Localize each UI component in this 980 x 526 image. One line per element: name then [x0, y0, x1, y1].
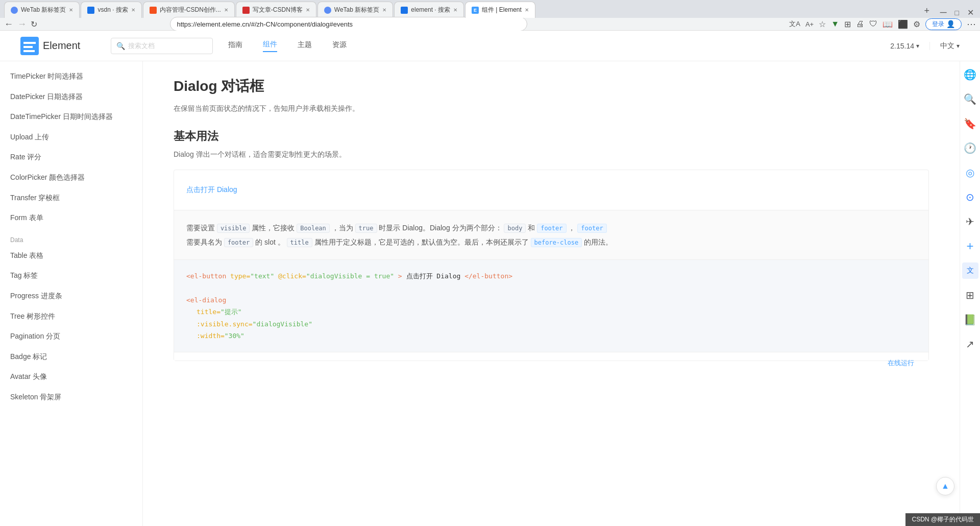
code-text-btn: 点击打开 Dialog	[406, 272, 461, 280]
right-icon-copilot[interactable]: ◎	[962, 164, 978, 181]
tab-close-4[interactable]: ✕	[306, 7, 310, 13]
tab-close-5[interactable]: ✕	[382, 7, 386, 13]
run-online-button[interactable]: 在线运行	[881, 356, 920, 370]
sidebar-item-table[interactable]: Table 表格	[0, 246, 142, 266]
sidebar-item-datetimepicker[interactable]: DateTimePicker 日期时间选择器	[0, 107, 142, 127]
tab-close-7[interactable]: ✕	[525, 7, 529, 13]
desc-code-boolean: Boolean	[297, 224, 330, 233]
desc-code-footer3: footer	[224, 238, 253, 247]
right-icon-search[interactable]: 🔍	[962, 91, 978, 107]
code-tag-eldialog: <el-dialog	[186, 296, 226, 304]
desc-code-title: title	[287, 238, 312, 247]
tab-title-7: 组件 | Element	[482, 6, 522, 14]
tab-title-6: element · 搜索	[411, 6, 450, 14]
tabs-container: WeTab 新标签页 ✕ vsdn · 搜索 ✕ 内容管理-CSDN创作... …	[4, 2, 920, 18]
sidebar-item-rate[interactable]: Rate 评分	[0, 147, 142, 168]
translate-icon[interactable]: 文A	[789, 19, 800, 29]
tab-favicon-4	[242, 7, 250, 14]
close-window-button[interactable]: ✕	[967, 8, 974, 17]
new-tab-button[interactable]: +	[920, 4, 934, 18]
more-options-button[interactable]: ⋯	[967, 18, 976, 30]
sidebar-item-progress[interactable]: Progress 进度条	[0, 286, 142, 306]
code-line-5: :width="30%"	[186, 330, 916, 342]
sidebar-item-colorpicker[interactable]: ColorPicker 颜色选择器	[0, 168, 142, 188]
search-placeholder: 搜索文档	[128, 41, 155, 51]
code-tag-elbutton-open: <el-button	[186, 272, 226, 280]
bookmark-icon[interactable]: ☆	[819, 19, 826, 29]
right-icon-translate[interactable]: 🌐	[962, 66, 978, 83]
refresh-button[interactable]: ↻	[31, 19, 37, 29]
shield-icon[interactable]: 🛡	[869, 19, 877, 29]
zoom-icon[interactable]: A+	[805, 20, 814, 28]
tab-csdn-content[interactable]: 内容管理-CSDN创作... ✕	[143, 2, 235, 18]
desc-code-body: body	[504, 224, 526, 233]
nav-resources[interactable]: 资源	[332, 40, 347, 52]
element-logo: Element	[20, 37, 80, 55]
sidebar-item-badge[interactable]: Badge 标记	[0, 347, 142, 367]
scroll-to-top-button[interactable]: ▲	[936, 477, 954, 495]
tab-wetab-1[interactable]: WeTab 新标签页 ✕	[4, 2, 80, 18]
sidebar-item-upload[interactable]: Upload 上传	[0, 127, 142, 148]
nav-guide[interactable]: 指南	[228, 40, 242, 52]
tab-wetab-2[interactable]: WeTab 新标签页 ✕	[317, 2, 393, 18]
right-icon-plane[interactable]: ✈	[962, 213, 978, 230]
tab-close-6[interactable]: ✕	[453, 7, 457, 13]
code-attr-type: type=	[230, 272, 250, 280]
address-bar[interactable]: https://element.eleme.cn/#/zh-CN/compone…	[170, 17, 527, 31]
tab-close-1[interactable]: ✕	[69, 7, 73, 13]
back-button[interactable]: ←	[4, 19, 13, 30]
reader-icon[interactable]: 📖	[883, 19, 893, 29]
tab-csdn-write[interactable]: 写文章-CSDN博客 ✕	[236, 2, 316, 18]
code-attr-visible: :visible.sync=	[197, 320, 253, 328]
desc-code-footer2: footer	[577, 224, 606, 233]
forward-button[interactable]: →	[17, 19, 27, 30]
right-icon-plus[interactable]: +	[962, 238, 978, 254]
language-selector[interactable]: 中文 ▾	[940, 41, 960, 51]
sidebar-item-form[interactable]: Form 表单	[0, 208, 142, 228]
element-ext-icon[interactable]: ▼	[831, 19, 839, 29]
sidebar-item-skeleton[interactable]: Skeleton 骨架屏	[0, 387, 142, 408]
maximize-button[interactable]: □	[955, 9, 959, 17]
code-val-width: "30%"	[225, 332, 244, 340]
nav-components[interactable]: 组件	[263, 40, 277, 52]
sidebar-item-avatar[interactable]: Avatar 头像	[0, 367, 142, 387]
desc-text-comma: ，	[568, 224, 575, 232]
settings-icon[interactable]: ⚙	[913, 19, 920, 29]
extensions-icon[interactable]: ⊞	[844, 19, 851, 29]
minimize-button[interactable]: ─	[940, 7, 947, 18]
sidebar-icon[interactable]: ⬛	[898, 19, 908, 29]
sidebar-item-timepicker[interactable]: TimePicker 时间选择器	[0, 66, 142, 87]
svg-rect-1	[23, 42, 36, 44]
login-button[interactable]: 登录 👤	[925, 18, 962, 30]
code-line-1: <el-button type="text" @click="dialogVis…	[186, 270, 916, 282]
code-block: <el-button type="text" @click="dialogVis…	[174, 259, 928, 352]
tab-close-3[interactable]: ✕	[224, 7, 228, 13]
right-icon-grid[interactable]: ⊞	[962, 287, 978, 303]
sidebar-item-pagination[interactable]: Pagination 分页	[0, 326, 142, 347]
run-online-bar: 在线运行	[174, 352, 928, 361]
right-icon-history[interactable]: 🕐	[962, 140, 978, 156]
sidebar: TimePicker 时间选择器 DatePicker 日期选择器 DateTi…	[0, 61, 143, 526]
version-selector[interactable]: 2.15.14 ▾	[890, 42, 919, 50]
demo-open-dialog-link[interactable]: 点击打开 Dialog	[186, 185, 237, 194]
right-icon-circle-o[interactable]: ⊙	[962, 189, 978, 205]
tab-element-search[interactable]: element · 搜索 ✕	[394, 2, 464, 18]
desc-code-footer1: footer	[537, 224, 566, 233]
right-icon-translate2[interactable]: 文	[962, 262, 978, 279]
logo-text: Element	[43, 40, 80, 52]
tab-element-component[interactable]: E 组件 | Element ✕	[465, 2, 535, 18]
svg-rect-2	[23, 46, 33, 48]
tab-close-2[interactable]: ✕	[131, 7, 135, 13]
right-icon-book[interactable]: 📗	[962, 312, 978, 328]
nav-theme[interactable]: 主题	[298, 40, 312, 52]
sidebar-item-tag[interactable]: Tag 标签	[0, 266, 142, 286]
header-search-box[interactable]: 🔍 搜索文档	[111, 38, 213, 54]
tab-title-2: vsdn · 搜索	[97, 6, 128, 14]
sidebar-item-transfer[interactable]: Transfer 穿梭框	[0, 188, 142, 208]
print-icon[interactable]: 🖨	[856, 19, 864, 29]
tab-vsdn[interactable]: vsdn · 搜索 ✕	[81, 2, 141, 18]
sidebar-item-datepicker[interactable]: DatePicker 日期选择器	[0, 87, 142, 107]
right-icon-external[interactable]: ↗	[962, 336, 978, 352]
right-icon-bookmark[interactable]: 🔖	[962, 115, 978, 132]
sidebar-item-tree[interactable]: Tree 树形控件	[0, 306, 142, 327]
